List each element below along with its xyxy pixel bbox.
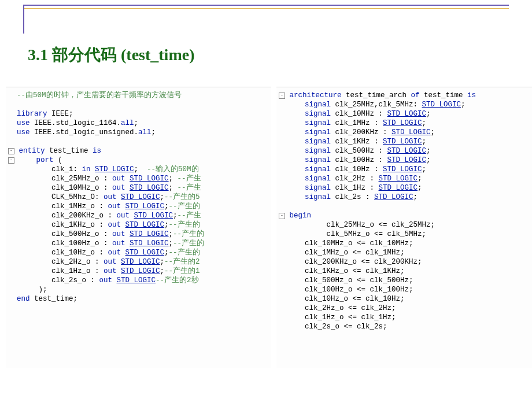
kw-signal: signal	[305, 165, 331, 173]
kw-signal: signal	[305, 193, 331, 201]
type: STD_LOGIC	[134, 212, 173, 220]
type: STD_LOGIC	[125, 249, 165, 257]
comment: --产生的	[173, 239, 204, 247]
comment: --产生	[178, 212, 201, 220]
sp	[112, 276, 117, 285]
type: STD_LOGIC	[130, 184, 169, 192]
semi: ;	[160, 267, 165, 275]
ident: clk_2s :	[331, 193, 374, 201]
comment: --产生的	[173, 230, 204, 238]
semi: ;	[164, 249, 169, 257]
kw-signal: signal	[305, 147, 331, 155]
stmt: clk_2s_o <= clk_2s;	[305, 323, 387, 331]
port: CLK_5Mhz_O:	[51, 193, 104, 201]
type: STD_LOGIC	[387, 147, 427, 155]
type: STD_LOGIC	[422, 101, 461, 109]
kw-all: all	[138, 128, 152, 136]
comment: --产生	[178, 175, 201, 183]
ident: test_time_arch	[342, 91, 411, 99]
stmt: clk_200KHz_o <= clk_200KHz;	[305, 258, 422, 266]
type: STD_LOGIC	[121, 193, 160, 201]
comment: --产生	[178, 184, 201, 192]
type: STD_LOGIC	[121, 258, 160, 266]
kw-end: end	[17, 295, 30, 303]
comment: --产生的1	[164, 267, 200, 275]
stmt: clk_2Hz_o <= clk_2Hz;	[305, 304, 396, 312]
decor-border-left	[23, 5, 27, 34]
semi: ;	[461, 101, 466, 109]
kw-library: library	[17, 110, 47, 118]
sp	[117, 258, 121, 266]
kw-is: is	[467, 91, 476, 99]
type: STD_LOGIC	[121, 267, 160, 275]
kw-out: out	[108, 221, 121, 229]
ident: clk_500Hz :	[331, 147, 387, 155]
sp	[121, 249, 125, 257]
ident: clk_1KHz :	[331, 138, 383, 146]
semi: ;	[431, 128, 435, 136]
kw-in: in	[82, 165, 91, 173]
type: STD_LOGIC	[387, 156, 427, 164]
kw-out: out	[117, 212, 130, 220]
kw-all: all	[121, 119, 134, 127]
type: STD_LOGIC	[387, 110, 427, 118]
sp	[125, 184, 130, 192]
stmt: clk_1Hz_o <= clk_1Hz;	[305, 313, 396, 322]
semi: ;	[134, 165, 147, 173]
type: STD_LOGIC	[125, 202, 165, 210]
ident: IEEE;	[47, 110, 73, 118]
type: STD_LOGIC	[125, 221, 165, 229]
sp	[117, 193, 121, 201]
stmt: clk_25MHz_o <= clk_25MHz;	[327, 221, 435, 229]
stmt: clk_1KHz_o <= clk_1KHz;	[305, 267, 405, 275]
sp	[125, 239, 130, 247]
semi: ;	[422, 119, 427, 127]
paren: (	[54, 156, 62, 164]
ident: IEEE.std_logic_1164.	[30, 119, 121, 127]
comment: --输入的50M的	[147, 165, 199, 173]
port: clk_500Hz_o :	[51, 230, 112, 238]
sp	[121, 202, 125, 210]
comment: --产生的2秒	[156, 276, 199, 285]
kw-signal: signal	[305, 175, 331, 183]
fold-icon[interactable]: -	[279, 93, 285, 99]
slide-title: 3.1 部分代码 (test_time)	[28, 44, 194, 66]
fold-icon[interactable]: -	[8, 148, 14, 154]
comment: --产生的	[169, 249, 200, 257]
ident: test_time	[420, 91, 468, 99]
ident: clk_200KHz :	[331, 128, 391, 136]
semi: ;	[418, 175, 422, 183]
semi: ;	[152, 128, 156, 136]
kw-out: out	[104, 193, 117, 201]
type: STD_LOGIC	[379, 175, 418, 183]
port: clk_10MHz_o :	[51, 184, 112, 192]
stmt: clk_10MHz_o <= clk_10MHz;	[305, 239, 413, 247]
slide: 3.1 部分代码 (test_time) --由50M的时钟，产生需要的若干频率…	[0, 0, 532, 399]
fold-icon[interactable]: -	[8, 157, 14, 164]
port: clk_1Hz_o :	[51, 267, 104, 275]
semi: ;	[422, 165, 427, 173]
comment: --产生的	[169, 221, 200, 229]
type: STD_LOGIC	[383, 119, 422, 127]
kw-out: out	[104, 267, 117, 275]
kw-use: use	[17, 128, 30, 136]
stmt: clk_1MHz_o <= clk_1MHz;	[305, 249, 405, 257]
kw-out: out	[99, 276, 113, 285]
kw-out: out	[108, 249, 121, 257]
semi: ;	[173, 212, 178, 220]
fold-icon[interactable]: -	[279, 213, 285, 219]
kw-port: port	[36, 156, 54, 164]
semi: ;	[160, 193, 165, 201]
sp	[121, 221, 125, 229]
port: clk_10Hz_o :	[51, 249, 108, 257]
semi: ;	[413, 193, 418, 201]
port: clk_25MHz_o :	[51, 175, 112, 183]
type: STD_LOGIC	[117, 276, 156, 285]
semi: ;	[160, 258, 165, 266]
ident: clk_1MHz :	[331, 119, 383, 127]
kw-signal: signal	[305, 128, 331, 136]
kw-signal: signal	[305, 110, 331, 118]
comment: --产生的5	[164, 193, 200, 201]
comment: --由50M的时钟，产生需要的若干频率的方波信号	[17, 91, 182, 99]
kw-out: out	[108, 202, 121, 210]
